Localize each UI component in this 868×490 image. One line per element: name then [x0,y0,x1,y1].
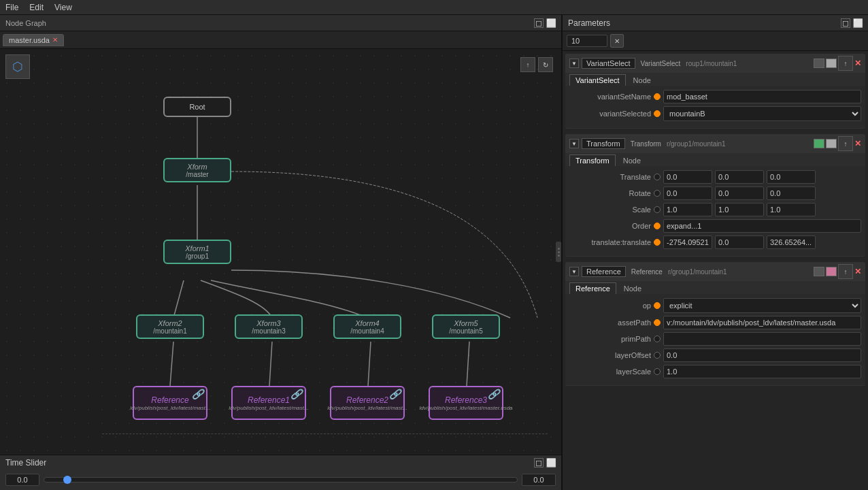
svg-line-6 [467,342,469,386]
time-start-input[interactable] [5,474,39,486]
menu-file[interactable]: File [5,3,18,12]
variantSetName-input[interactable] [663,90,861,103]
variant-select-expand-btn[interactable]: ▼ [569,59,579,68]
time-end-input[interactable] [522,474,556,486]
translate-x-input[interactable] [663,170,712,184]
menu-view[interactable]: View [54,3,72,12]
transform-up-btn[interactable]: ↑ [838,136,853,151]
layerScale-input[interactable] [663,365,861,378]
tt-z-input[interactable] [767,235,816,249]
tt-y-input[interactable] [715,235,764,249]
order-radio[interactable] [654,223,661,229]
translate-radio[interactable] [654,174,661,180]
node-reference-1[interactable]: Reference1 ldv/publish/post_ldv/latest/m… [231,386,306,420]
op-radio[interactable] [654,302,661,309]
rotate-z-input[interactable] [767,186,816,200]
transform-tab-transform[interactable]: Transform [569,154,616,166]
reference-up-btn[interactable]: ↑ [838,264,853,279]
nav-icon[interactable]: ⬡ [5,54,30,79]
primPath-radio[interactable] [654,336,661,342]
reference-tab-reference[interactable]: Reference [569,282,616,294]
reference-expand-btn[interactable]: ▼ [569,267,579,276]
time-slider-expand[interactable]: ⬜ [546,458,556,468]
node-graph-tab[interactable]: master.usda ✕ [3,34,64,46]
node-root[interactable]: Root [163,97,231,117]
rotate-radio[interactable] [654,190,661,197]
node-canvas[interactable]: ⬡ ↑ ↻ [0,49,561,455]
transform-close-btn[interactable]: ✕ [854,139,861,148]
canvas-up-btn[interactable]: ↑ [520,57,535,72]
params-expand[interactable]: ⬜ [853,18,863,28]
node-xform-mountain1[interactable]: Xform2 /mountain1 [136,314,204,339]
scale-radio[interactable] [654,206,661,213]
assetPath-radio[interactable] [654,319,661,326]
transform-expand-btn[interactable]: ▼ [569,139,579,148]
variantSelected-select[interactable]: mountainB [663,106,861,121]
node-ref1-path: ldv/publish/post_ldv/latest/mast... [229,405,308,411]
variantSelected-radio[interactable] [654,110,661,117]
variant-close-btn[interactable]: ✕ [854,59,861,68]
variantSetName-radio[interactable] [654,93,661,100]
op-select[interactable]: explicit [663,298,861,313]
params-search-input[interactable] [567,35,607,47]
menu-edit[interactable]: Edit [29,3,44,12]
params-panel: Parameters ◻ ⬜ ✕ ▼ VariantSelect Variant… [562,15,868,490]
variant-tab-variantselect[interactable]: VariantSelect [569,74,626,86]
node-xform-master[interactable]: Xform /master [163,158,231,182]
rotate-y-input[interactable] [715,186,764,200]
time-slider-thumb[interactable] [63,476,71,484]
canvas-refresh-btn[interactable]: ↻ [538,57,553,72]
panel-minimize-icon[interactable]: ◻ [534,18,544,28]
layerOffset-input[interactable] [663,348,861,362]
variant-color-swatch-2[interactable] [826,59,837,68]
transform-color-swatch-1[interactable] [814,139,824,148]
node-reference-0[interactable]: Reference ldv/publish/post_ldv/latest/ma… [133,386,207,420]
order-input[interactable] [663,219,861,233]
transform-path-type: Transform [631,140,661,148]
node-reference-3[interactable]: Reference3 ldv/publish/post_ldv/latest/m… [429,386,503,420]
resize-handle[interactable] [556,242,561,262]
variant-tab-node[interactable]: Node [627,74,657,86]
translate-y-input[interactable] [715,170,764,184]
transform-tabs: Transform Node [565,153,865,166]
variant-up-btn[interactable]: ↑ [838,56,853,71]
order-label: Order [569,222,651,230]
panel-expand-icon[interactable]: ⬜ [546,18,556,28]
node-xform-mountain3[interactable]: Xform3 /mountain3 [235,314,303,339]
params-search-clear-btn[interactable]: ✕ [610,34,624,48]
node-reference-2[interactable]: Reference2 ldv/publish/post_ldv/latest/m… [330,386,405,420]
layerOffset-radio[interactable] [654,352,661,359]
tab-close-icon[interactable]: ✕ [52,36,58,44]
node-xform-mountain5[interactable]: Xform5 /mountain5 [432,314,500,339]
assetPath-row: assetPath [569,316,861,329]
layerScale-radio[interactable] [654,368,661,375]
reference-tab-node[interactable]: Node [618,282,648,294]
reference-color-swatch-2[interactable] [826,267,837,276]
scale-x-input[interactable] [663,203,712,216]
scale-y-input[interactable] [715,203,764,216]
translate-z-input[interactable] [767,170,816,184]
transform-color-swatch-2[interactable] [826,139,837,148]
transform-tab-node[interactable]: Node [617,154,647,166]
time-slider-track[interactable] [44,477,518,483]
variant-select-type-label[interactable]: VariantSelect [582,58,635,69]
node-xform-mountain4[interactable]: Xform4 /mountain4 [333,314,401,339]
assetPath-input[interactable] [663,316,861,329]
params-title-controls: ◻ ⬜ [841,18,863,28]
params-minimize[interactable]: ◻ [841,18,850,28]
rotate-x-input[interactable] [663,186,712,200]
scale-z-input[interactable] [767,203,816,216]
params-search-bar: ✕ [563,31,868,51]
time-slider-minimize[interactable]: ◻ [534,458,544,468]
reference-type-label[interactable]: Reference [582,266,626,277]
reference-close-btn[interactable]: ✕ [854,267,861,276]
op-label: op [569,301,651,310]
time-slider-panel: Time Slider ◻ ⬜ [0,455,561,490]
transform-type-label[interactable]: Transform [582,138,625,149]
primPath-input[interactable] [663,332,861,346]
tt-radio[interactable] [654,239,661,246]
variant-color-swatch-1[interactable] [814,59,824,68]
tt-x-input[interactable] [663,235,712,249]
node-xform-group1[interactable]: Xform1 /group1 [163,240,231,264]
reference-color-swatch-1[interactable] [814,267,824,276]
